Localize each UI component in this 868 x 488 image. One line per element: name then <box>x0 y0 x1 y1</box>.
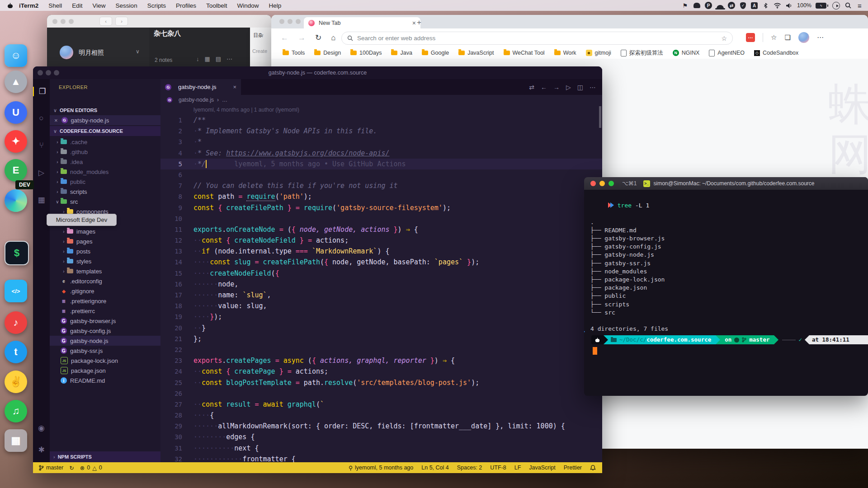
code-line-32[interactable]: 32············frontmatter { <box>160 454 602 462</box>
terminal-body[interactable]: tree -L 1 .├── README.md├── gatsby-brows… <box>584 190 868 396</box>
extensions-icon[interactable]: ▦ <box>33 195 50 205</box>
open-editor-item[interactable]: × G gatsby-node.js <box>50 115 160 125</box>
favorites-icon[interactable]: ☆ <box>771 33 777 42</box>
code-line-6[interactable]: 6 <box>160 169 602 180</box>
tree-item-src[interactable]: ∨src <box>50 197 160 206</box>
qq-music-icon[interactable]: ♫ <box>5 400 27 422</box>
tree-item-templates[interactable]: ›templates <box>50 266 160 276</box>
sync-menu-icon[interactable] <box>832 2 840 9</box>
more-actions-icon[interactable]: ⋯ <box>590 84 596 91</box>
code-line-2[interactable]: 2·* Implement Gatsby's Node APIs in this… <box>160 126 602 136</box>
menu-item-shell[interactable]: Shell <box>43 2 67 9</box>
code-line-25[interactable]: 25··const blogPostTemplate = path.resolv… <box>160 377 602 388</box>
run-icon[interactable]: ▷ <box>566 84 571 91</box>
code-line-27[interactable]: 27··const result = await graphql(` <box>160 399 602 410</box>
new-tab-button[interactable]: + <box>417 18 421 27</box>
edge-dev-icon[interactable] <box>5 189 27 212</box>
menu-item-window[interactable]: Window <box>232 2 264 9</box>
zoom-button[interactable] <box>54 70 59 75</box>
code-line-16[interactable]: 16······node, <box>160 279 602 290</box>
menu-item-session[interactable]: Session <box>111 2 142 9</box>
split-editor-icon[interactable]: ◫ <box>577 84 583 91</box>
battery-icon[interactable]: ϟ <box>816 3 828 9</box>
tree-item-nodemodules[interactable]: ›node_modules <box>50 167 160 177</box>
editor-tab[interactable]: G gatsby-node.js × <box>160 79 241 95</box>
hat-menu-icon[interactable] <box>716 2 724 9</box>
iterm-dock-icon[interactable]: $ <box>5 241 29 265</box>
profile-avatar[interactable] <box>798 32 809 43</box>
menu-item-iterm2[interactable]: iTerm2 <box>14 2 43 9</box>
window-manager-icon[interactable]: ⚑ <box>681 2 689 9</box>
minimize-button[interactable] <box>61 19 66 24</box>
tree-item-gatsby-config.js[interactable]: Ggatsby-config.js <box>50 326 160 336</box>
code-line-8[interactable]: 8const path = require('path'); <box>160 191 602 202</box>
close-button[interactable] <box>279 19 284 24</box>
tree-item-.github[interactable]: ›.github <box>50 147 160 157</box>
open-changes-icon[interactable]: ⇄ <box>529 84 534 91</box>
shield-menu-icon[interactable]: ✓ <box>739 2 747 9</box>
tree-item-README.md[interactable]: iREADME.md <box>50 375 160 385</box>
love-hand-icon[interactable]: ✌ <box>5 371 27 393</box>
zoom-button[interactable] <box>609 181 614 186</box>
notifications-bell-icon[interactable] <box>590 465 596 471</box>
menu-item-view[interactable]: View <box>88 2 111 9</box>
code-line-31[interactable]: 31··········next { <box>160 443 602 454</box>
tree-item-styles[interactable]: ›styles <box>50 256 160 266</box>
tree-item-.idea[interactable]: ›.idea <box>50 157 160 167</box>
code-line-20[interactable]: 20··} <box>160 323 602 333</box>
tree-item-.gitignore[interactable]: ◆.gitignore <box>50 286 160 296</box>
launchpad-icon[interactable]: ▲ <box>5 70 27 93</box>
close-icon[interactable]: × <box>54 117 58 124</box>
twitter-icon[interactable]: t <box>5 341 27 363</box>
cursor-position-status[interactable]: Ln 5, Col 4 <box>421 465 448 471</box>
navigate-forward-icon[interactable]: → <box>553 84 560 91</box>
code-line-19[interactable]: 19····}); <box>160 311 602 322</box>
chevron-down-icon[interactable]: ∨ <box>136 48 140 55</box>
menu-item-toolbelt[interactable]: Toolbelt <box>201 2 232 9</box>
settings-more-icon[interactable]: ⋯ <box>817 33 824 42</box>
tree-item-public[interactable]: ›public <box>50 177 160 187</box>
home-icon[interactable]: ⌂ <box>331 33 335 42</box>
git-branch-status[interactable]: master <box>39 465 63 471</box>
close-button[interactable] <box>38 70 43 75</box>
volume-icon[interactable] <box>785 2 793 9</box>
code-line-9[interactable]: 9const { createFilePath } = require('gat… <box>160 202 602 213</box>
bookmark-folder[interactable]: Design <box>314 50 341 56</box>
explorer-icon[interactable]: ❐ <box>33 87 51 96</box>
code-line-26[interactable]: 26 <box>160 388 602 399</box>
bookmark-cube[interactable]: ◇CodeSandbox <box>754 50 798 56</box>
blame-status[interactable]: ⚲ lyemoml, 5 months ago <box>349 465 413 471</box>
close-button[interactable] <box>590 181 596 186</box>
menu-item-scripts[interactable]: Scripts <box>142 2 171 9</box>
vscode-dock-icon[interactable]: </> <box>5 280 27 302</box>
code-line-12[interactable]: 12··const { createNodeField } = actions; <box>160 235 602 246</box>
code-line-10[interactable]: 10 <box>160 213 602 224</box>
zoom-button[interactable] <box>296 19 301 24</box>
npm-scripts-header[interactable]: ›NPM SCRIPTS <box>50 451 160 462</box>
tree-item-images[interactable]: ›images <box>50 226 160 236</box>
address-bar[interactable]: Search or enter web address ☆ <box>341 32 733 45</box>
zoom-button[interactable] <box>69 19 74 24</box>
navigate-back-icon[interactable]: ← <box>541 84 547 91</box>
codelens-annotation[interactable]: lyemoml, 4 months ago | 1 author (lyemom… <box>160 105 602 115</box>
breadcrumb[interactable]: G gatsby-node.js›… <box>160 95 602 105</box>
bookmark-page[interactable]: AgentNEO <box>709 50 745 56</box>
code-line-17[interactable]: 17······name: `slug`, <box>160 290 602 300</box>
indentation-status[interactable]: Spaces: 2 <box>457 465 482 471</box>
extension-icon[interactable]: ⋯ <box>746 33 755 42</box>
finder-icon[interactable]: ☺ <box>5 44 27 67</box>
menu-item-help[interactable]: Help <box>264 2 286 9</box>
red-app-icon[interactable]: ✦ <box>5 130 27 153</box>
tree-item-.cache[interactable]: ›.cache <box>50 137 160 147</box>
minimize-button[interactable] <box>599 181 605 186</box>
tree-item-.prettierignore[interactable]: ≣.prettierignore <box>50 296 160 306</box>
wifi-icon[interactable] <box>774 2 781 9</box>
tree-item-gatsby-browser.js[interactable]: Ggatsby-browser.js <box>50 316 160 326</box>
code-line-22[interactable]: 22 <box>160 344 602 355</box>
code-line-18[interactable]: 18······value: slug, <box>160 300 602 311</box>
tree-item-.prettierrc[interactable]: ≣.prettierrc <box>50 306 160 316</box>
tree-item-gatsby-ssr.js[interactable]: Ggatsby-ssr.js <box>50 346 160 356</box>
utools-icon[interactable]: U <box>5 101 27 124</box>
bookmark-emoji[interactable]: ☻gitmoji <box>586 50 611 56</box>
back-button[interactable]: ‹ <box>99 17 112 26</box>
